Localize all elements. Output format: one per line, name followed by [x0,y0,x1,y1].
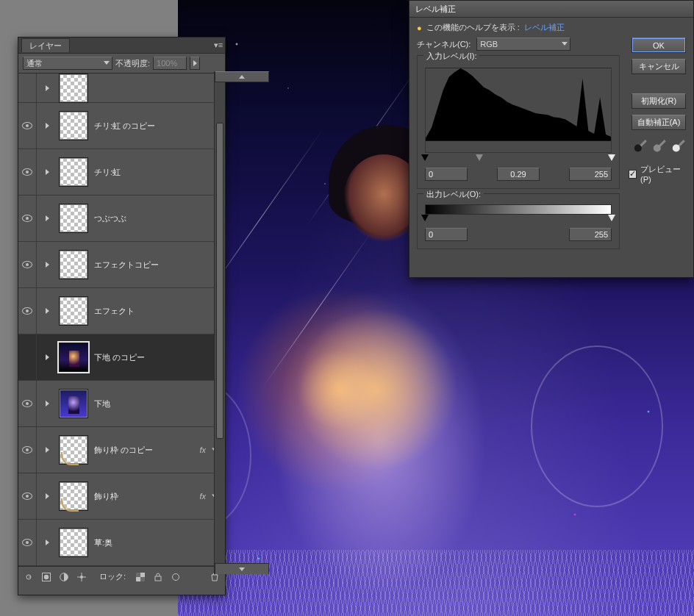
layer-row[interactable]: チリ:虹 のコピー [18,103,225,149]
layers-tab[interactable]: レイヤー [21,38,70,52]
input-gamma-slider[interactable] [476,154,483,161]
layer-thumbnail[interactable] [59,343,88,372]
layer-name[interactable]: チリ:虹 [94,167,121,178]
expand-toggle[interactable] [41,540,53,545]
eyedropper-gray-icon[interactable] [651,137,669,156]
expand-toggle[interactable] [41,215,53,221]
layer-row[interactable]: 飾り枠fx [18,473,225,520]
layer-row[interactable]: エフェクト [18,288,225,334]
layer-thumbnail[interactable] [59,481,88,511]
lock-transparency-icon[interactable] [135,571,146,583]
layer-thumbnail[interactable] [59,74,88,103]
layer-style-icon[interactable] [40,571,52,583]
input-black-field[interactable]: 0 [425,168,468,181]
layer-name[interactable]: 草:奥 [94,537,112,548]
expand-toggle[interactable] [41,308,53,314]
layer-thumbnail[interactable] [59,250,88,279]
blend-mode-dropdown[interactable]: 通常 [23,57,112,70]
layer-thumbnail[interactable] [59,389,88,418]
visibility-toggle[interactable] [18,242,37,287]
expand-toggle[interactable] [41,123,53,129]
layer-name[interactable]: エフェクトコピー [94,259,159,271]
auto-button[interactable]: 自動補正(A) [632,115,686,130]
layer-mask-icon[interactable] [58,571,70,583]
help-text: この機能のヘルプを表示 : [426,22,520,33]
scroll-down-button[interactable] [215,563,269,574]
expand-toggle[interactable] [41,169,53,175]
opacity-field[interactable]: 100% [153,57,187,70]
cancel-button[interactable]: キャンセル [632,59,686,74]
layer-thumbnail[interactable] [59,528,88,557]
channel-dropdown[interactable]: RGB [476,37,570,51]
layer-name[interactable]: エフェクト [94,306,135,317]
layer-thumbnail[interactable] [59,157,88,187]
expand-toggle[interactable] [41,493,53,499]
layer-thumbnail[interactable] [59,296,88,326]
layer-row[interactable] [18,74,225,103]
expand-toggle[interactable] [41,85,53,91]
lock-position-icon[interactable] [170,571,182,583]
layer-name[interactable]: 飾り枠 のコピー [94,445,153,456]
visibility-toggle[interactable] [18,103,37,148]
panel-menu-icon[interactable]: ▾≡ [212,39,225,52]
layer-thumbnail[interactable] [59,204,88,233]
layer-list[interactable]: チリ:虹 のコピーチリ:虹つぶつぶエフェクトコピーエフェクト下地 のコピー下地飾… [18,74,225,566]
input-white-field[interactable]: 255 [569,168,612,181]
layer-row[interactable]: 飾り枠 のコピーfx [18,427,225,473]
dialog-titlebar[interactable]: レベル補正 [409,1,693,18]
opacity-slider-flyout[interactable] [190,57,200,70]
visibility-toggle[interactable] [18,473,37,519]
reset-button[interactable]: 初期化(R) [632,93,686,109]
adjustment-layer-icon[interactable] [76,571,87,583]
output-white-slider[interactable] [608,215,615,221]
ok-button[interactable]: OK [632,37,686,53]
visibility-toggle[interactable] [18,149,37,195]
fx-badge[interactable]: fx [199,445,206,454]
layer-row[interactable]: エフェクトコピー [18,242,225,288]
layer-thumbnail[interactable] [59,111,88,140]
output-sliders-track[interactable] [425,215,612,225]
input-gamma-field[interactable]: 0.29 [497,168,540,181]
layer-thumbnail[interactable] [59,435,88,465]
fx-badge[interactable]: fx [199,492,206,501]
visibility-toggle[interactable] [18,520,37,565]
input-black-slider[interactable] [421,154,429,161]
expand-toggle[interactable] [41,401,53,407]
help-link[interactable]: レベル補正 [524,22,565,33]
layer-name[interactable]: つぶつぶ [94,213,126,224]
link-layers-icon[interactable] [23,571,35,583]
output-black-slider[interactable] [421,215,429,221]
scroll-up-button[interactable] [215,71,269,82]
eyedropper-black-icon[interactable] [632,137,650,156]
eyedropper-white-icon[interactable] [670,137,688,156]
preview-checkbox[interactable]: ✓ [629,170,637,179]
visibility-toggle[interactable] [18,74,37,102]
layer-name[interactable]: 下地 のコピー [94,352,145,363]
layer-name[interactable]: チリ:虹 のコピー [94,121,155,132]
output-white-field[interactable]: 255 [569,228,612,241]
visibility-toggle[interactable] [18,334,37,380]
layer-list-scrollbar[interactable] [214,71,225,574]
layer-row[interactable]: つぶつぶ [18,196,225,242]
input-sliders-track[interactable] [425,154,612,165]
layer-name[interactable]: 下地 [94,398,110,409]
expand-toggle[interactable] [41,262,53,268]
layer-row[interactable]: 草:奥 [18,520,225,566]
expand-toggle[interactable] [41,354,53,360]
histogram[interactable] [425,68,612,153]
lock-all-icon[interactable] [152,571,164,583]
layer-row[interactable]: 下地 のコピー [18,334,225,381]
layer-name[interactable]: 飾り枠 [94,491,118,502]
output-gradient[interactable] [425,204,612,215]
visibility-toggle[interactable] [18,427,37,473]
output-black-field[interactable]: 0 [425,228,468,241]
visibility-toggle[interactable] [18,381,37,426]
expand-toggle[interactable] [41,447,53,453]
chevron-down-icon [104,61,110,65]
visibility-toggle[interactable] [18,288,37,334]
scrollbar-thumb[interactable] [216,123,223,439]
visibility-toggle[interactable] [18,196,37,241]
input-white-slider[interactable] [608,154,615,161]
layer-row[interactable]: チリ:虹 [18,149,225,196]
layer-row[interactable]: 下地 [18,381,225,427]
